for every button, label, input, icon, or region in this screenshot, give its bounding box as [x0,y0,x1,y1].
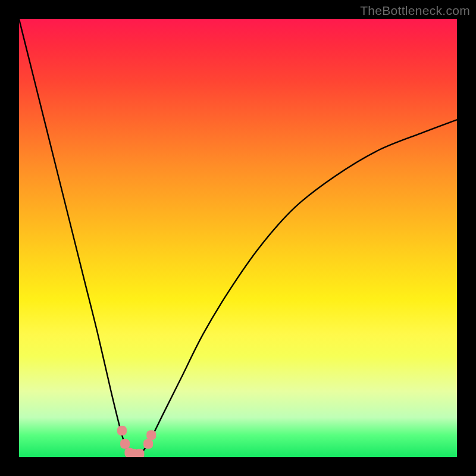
watermark-text: TheBottleneck.com [360,4,470,18]
curve-marker [134,449,144,457]
curve-marker [120,439,130,449]
marker-group [117,426,156,457]
chart-svg [19,19,457,457]
curve-marker [117,426,127,436]
curve-marker [143,439,153,449]
chart-frame: TheBottleneck.com [0,0,476,476]
plot-area [19,19,457,457]
curve-marker [146,430,156,440]
bottleneck-curve [19,19,457,455]
